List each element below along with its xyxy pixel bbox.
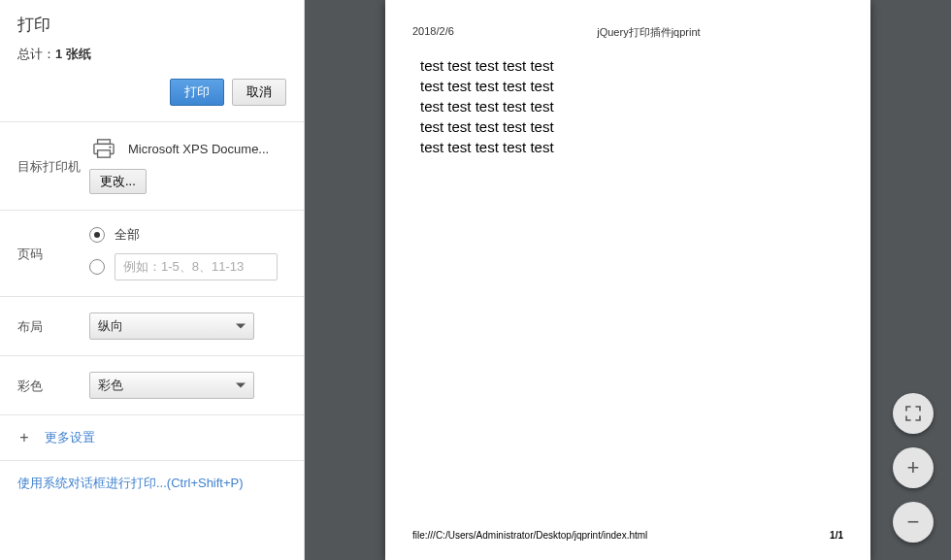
change-printer-button[interactable]: 更改... bbox=[89, 169, 147, 194]
action-buttons: 打印 取消 bbox=[0, 75, 304, 121]
layout-label: 布局 bbox=[17, 316, 89, 336]
plus-icon: + bbox=[17, 429, 31, 446]
more-settings[interactable]: + 更多设置 bbox=[0, 415, 304, 460]
printer-icon bbox=[89, 138, 118, 159]
minus-icon: − bbox=[907, 511, 920, 533]
section-destination: 目标打印机 Microsoft XPS Docume... 更改... bbox=[0, 122, 304, 210]
pages-all-radio[interactable] bbox=[89, 227, 105, 243]
page-number: 1/1 bbox=[830, 530, 843, 541]
fit-page-button[interactable] bbox=[893, 393, 934, 434]
content-line: test test test test test bbox=[412, 57, 843, 74]
page-footer-url: file:///C:/Users/Administrator/Desktop/j… bbox=[412, 530, 647, 541]
pages-range-input[interactable]: 例如：1-5、8、11-13 bbox=[115, 253, 278, 280]
pages-all-label: 全部 bbox=[115, 226, 140, 244]
preview-page: 2018/2/6 jQuery打印插件jqprint test test tes… bbox=[385, 0, 870, 560]
cancel-button[interactable]: 取消 bbox=[232, 79, 286, 106]
printer-name: Microsoft XPS Docume... bbox=[128, 142, 269, 156]
fit-icon bbox=[904, 405, 922, 422]
svg-rect-2 bbox=[98, 150, 111, 157]
page-doc-title: jQuery打印插件jqprint bbox=[454, 25, 843, 40]
preview-area: 2018/2/6 jQuery打印插件jqprint test test tes… bbox=[305, 0, 951, 560]
dialog-title: 打印 bbox=[17, 14, 286, 36]
content-line: test test test test test bbox=[412, 78, 843, 94]
page-date: 2018/2/6 bbox=[412, 25, 454, 40]
color-value: 彩色 bbox=[98, 377, 123, 394]
print-sidebar: 打印 总计：1 张纸 打印 取消 目标打印机 bbox=[0, 0, 305, 560]
sidebar-header: 打印 总计：1 张纸 bbox=[0, 0, 304, 75]
layout-select[interactable]: 纵向 bbox=[89, 313, 254, 340]
plus-icon: + bbox=[907, 457, 920, 478]
svg-rect-1 bbox=[98, 140, 111, 145]
section-layout: 布局 纵向 bbox=[0, 297, 304, 355]
section-pages: 页码 全部 例如：1-5、8、11-13 bbox=[0, 211, 304, 296]
page-header: 2018/2/6 jQuery打印插件jqprint bbox=[412, 25, 843, 40]
zoom-in-button[interactable]: + bbox=[893, 447, 934, 488]
content-line: test test test test test bbox=[412, 139, 843, 155]
print-button[interactable]: 打印 bbox=[170, 79, 224, 106]
pages-range-row[interactable]: 例如：1-5、8、11-13 bbox=[89, 253, 286, 280]
color-select[interactable]: 彩色 bbox=[89, 372, 254, 399]
content-line: test test test test test bbox=[412, 118, 843, 135]
section-color: 彩色 彩色 bbox=[0, 356, 304, 414]
color-label: 彩色 bbox=[17, 376, 89, 395]
content-line: test test test test test bbox=[412, 98, 843, 115]
pages-range-radio[interactable] bbox=[89, 259, 105, 275]
layout-value: 纵向 bbox=[98, 317, 123, 335]
system-dialog-link[interactable]: 使用系统对话框进行打印...(Ctrl+Shift+P) bbox=[0, 461, 304, 506]
zoom-out-button[interactable]: − bbox=[893, 502, 934, 543]
pages-all-row[interactable]: 全部 bbox=[89, 226, 286, 244]
pages-label: 页码 bbox=[17, 244, 89, 263]
destination-value: Microsoft XPS Docume... bbox=[89, 138, 286, 159]
page-content: test test test test test test test test … bbox=[412, 57, 843, 155]
floating-controls: + − bbox=[893, 393, 934, 543]
total-sheets: 总计：1 张纸 bbox=[17, 46, 286, 63]
svg-point-3 bbox=[109, 147, 111, 148]
chevron-down-icon bbox=[236, 324, 246, 329]
chevron-down-icon bbox=[236, 383, 246, 388]
total-value: 1 张纸 bbox=[55, 47, 91, 61]
more-settings-label: 更多设置 bbox=[45, 429, 95, 446]
destination-label: 目标打印机 bbox=[17, 156, 89, 176]
